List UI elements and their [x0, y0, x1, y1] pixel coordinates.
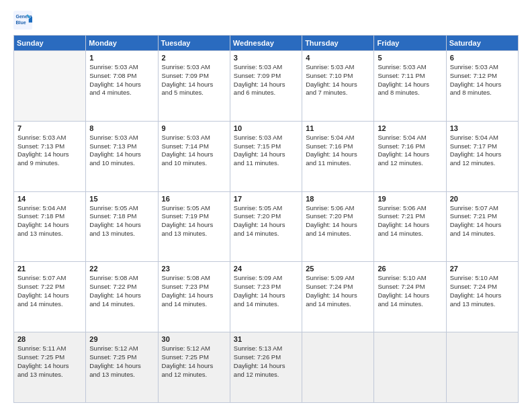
calendar-cell: 31Sunrise: 5:13 AMSunset: 7:26 PMDayligh… — [230, 332, 302, 403]
day-info: Sunrise: 5:03 AMSunset: 7:13 PMDaylight:… — [17, 134, 82, 168]
day-number: 9 — [162, 124, 226, 132]
day-info: Sunrise: 5:05 AMSunset: 7:19 PMDaylight:… — [162, 204, 226, 238]
calendar-cell: 20Sunrise: 5:07 AMSunset: 7:21 PMDayligh… — [446, 191, 518, 262]
day-info: Sunrise: 5:04 AMSunset: 7:16 PMDaylight:… — [306, 134, 370, 168]
calendar-body: 1Sunrise: 5:03 AMSunset: 7:08 PMDaylight… — [14, 51, 519, 403]
calendar-cell: 9Sunrise: 5:03 AMSunset: 7:14 PMDaylight… — [158, 121, 230, 191]
day-info: Sunrise: 5:08 AMSunset: 7:22 PMDaylight:… — [89, 274, 154, 308]
calendar-cell: 17Sunrise: 5:05 AMSunset: 7:20 PMDayligh… — [230, 191, 302, 262]
calendar-cell: 18Sunrise: 5:06 AMSunset: 7:20 PMDayligh… — [302, 191, 374, 262]
calendar-cell: 11Sunrise: 5:04 AMSunset: 7:16 PMDayligh… — [302, 121, 374, 191]
day-header-sunday: Sunday — [14, 36, 86, 51]
calendar-cell: 24Sunrise: 5:09 AMSunset: 7:23 PMDayligh… — [230, 262, 302, 332]
calendar-cell: 8Sunrise: 5:03 AMSunset: 7:13 PMDaylight… — [86, 121, 158, 191]
calendar-cell: 25Sunrise: 5:09 AMSunset: 7:24 PMDayligh… — [302, 262, 374, 332]
day-info: Sunrise: 5:12 AMSunset: 7:25 PMDaylight:… — [89, 345, 154, 379]
day-number: 31 — [234, 335, 298, 343]
calendar-cell — [14, 51, 86, 122]
day-number: 15 — [89, 195, 154, 203]
calendar-cell: 15Sunrise: 5:05 AMSunset: 7:18 PMDayligh… — [86, 191, 158, 262]
day-info: Sunrise: 5:05 AMSunset: 7:20 PMDaylight:… — [234, 204, 298, 238]
calendar-cell: 19Sunrise: 5:06 AMSunset: 7:21 PMDayligh… — [374, 191, 446, 262]
calendar-cell: 14Sunrise: 5:04 AMSunset: 7:18 PMDayligh… — [14, 191, 86, 262]
day-number: 10 — [234, 124, 298, 132]
calendar-cell: 4Sunrise: 5:03 AMSunset: 7:10 PMDaylight… — [302, 51, 374, 122]
day-number: 22 — [89, 265, 154, 273]
day-info: Sunrise: 5:03 AMSunset: 7:12 PMDaylight:… — [450, 63, 515, 97]
day-header-monday: Monday — [86, 36, 158, 51]
calendar-cell — [302, 332, 374, 403]
day-info: Sunrise: 5:03 AMSunset: 7:09 PMDaylight:… — [162, 63, 226, 97]
week-row-3: 14Sunrise: 5:04 AMSunset: 7:18 PMDayligh… — [14, 191, 519, 262]
calendar-cell: 3Sunrise: 5:03 AMSunset: 7:09 PMDaylight… — [230, 51, 302, 122]
day-number: 20 — [450, 195, 515, 203]
day-number: 27 — [450, 265, 515, 273]
day-info: Sunrise: 5:03 AMSunset: 7:09 PMDaylight:… — [234, 63, 298, 97]
day-number: 21 — [17, 265, 82, 273]
day-number: 18 — [306, 195, 370, 203]
header: General Blue — [13, 11, 519, 30]
calendar-cell: 27Sunrise: 5:10 AMSunset: 7:24 PMDayligh… — [446, 262, 518, 332]
calendar-cell: 2Sunrise: 5:03 AMSunset: 7:09 PMDaylight… — [158, 51, 230, 122]
day-info: Sunrise: 5:09 AMSunset: 7:24 PMDaylight:… — [306, 274, 370, 308]
day-info: Sunrise: 5:08 AMSunset: 7:23 PMDaylight:… — [162, 274, 226, 308]
day-number: 29 — [89, 335, 154, 343]
day-info: Sunrise: 5:11 AMSunset: 7:25 PMDaylight:… — [17, 345, 82, 379]
calendar-cell: 23Sunrise: 5:08 AMSunset: 7:23 PMDayligh… — [158, 262, 230, 332]
calendar-cell — [446, 332, 518, 403]
day-number: 26 — [378, 265, 442, 273]
day-number: 14 — [17, 195, 82, 203]
calendar-cell: 6Sunrise: 5:03 AMSunset: 7:12 PMDaylight… — [446, 51, 518, 122]
page: General Blue SundayMondayTuesdayWednesda… — [0, 0, 532, 411]
calendar-cell: 28Sunrise: 5:11 AMSunset: 7:25 PMDayligh… — [14, 332, 86, 403]
day-header-thursday: Thursday — [302, 36, 374, 51]
calendar-cell: 7Sunrise: 5:03 AMSunset: 7:13 PMDaylight… — [14, 121, 86, 191]
calendar-cell: 29Sunrise: 5:12 AMSunset: 7:25 PMDayligh… — [86, 332, 158, 403]
day-info: Sunrise: 5:07 AMSunset: 7:21 PMDaylight:… — [450, 204, 515, 238]
day-info: Sunrise: 5:10 AMSunset: 7:24 PMDaylight:… — [378, 274, 442, 308]
calendar-cell: 12Sunrise: 5:04 AMSunset: 7:16 PMDayligh… — [374, 121, 446, 191]
week-row-1: 1Sunrise: 5:03 AMSunset: 7:08 PMDaylight… — [14, 51, 519, 122]
day-number: 24 — [234, 265, 298, 273]
day-info: Sunrise: 5:07 AMSunset: 7:22 PMDaylight:… — [17, 274, 82, 308]
day-info: Sunrise: 5:05 AMSunset: 7:18 PMDaylight:… — [89, 204, 154, 238]
day-info: Sunrise: 5:03 AMSunset: 7:11 PMDaylight:… — [378, 63, 442, 97]
day-info: Sunrise: 5:03 AMSunset: 7:13 PMDaylight:… — [89, 134, 154, 168]
day-number: 8 — [89, 124, 154, 132]
day-info: Sunrise: 5:13 AMSunset: 7:26 PMDaylight:… — [234, 345, 298, 379]
day-info: Sunrise: 5:09 AMSunset: 7:23 PMDaylight:… — [234, 274, 298, 308]
week-row-2: 7Sunrise: 5:03 AMSunset: 7:13 PMDaylight… — [14, 121, 519, 191]
calendar-cell: 21Sunrise: 5:07 AMSunset: 7:22 PMDayligh… — [14, 262, 86, 332]
calendar: SundayMondayTuesdayWednesdayThursdayFrid… — [13, 35, 519, 403]
day-number: 19 — [378, 195, 442, 203]
calendar-cell: 13Sunrise: 5:04 AMSunset: 7:17 PMDayligh… — [446, 121, 518, 191]
calendar-cell: 10Sunrise: 5:03 AMSunset: 7:15 PMDayligh… — [230, 121, 302, 191]
day-number: 13 — [450, 124, 515, 132]
day-number: 2 — [162, 54, 226, 62]
day-number: 1 — [89, 54, 154, 62]
calendar-cell: 16Sunrise: 5:05 AMSunset: 7:19 PMDayligh… — [158, 191, 230, 262]
day-number: 30 — [162, 335, 226, 343]
day-info: Sunrise: 5:12 AMSunset: 7:25 PMDaylight:… — [162, 345, 226, 379]
week-row-4: 21Sunrise: 5:07 AMSunset: 7:22 PMDayligh… — [14, 262, 519, 332]
day-info: Sunrise: 5:03 AMSunset: 7:15 PMDaylight:… — [234, 134, 298, 168]
day-number: 11 — [306, 124, 370, 132]
header-row: SundayMondayTuesdayWednesdayThursdayFrid… — [14, 36, 519, 51]
calendar-cell: 1Sunrise: 5:03 AMSunset: 7:08 PMDaylight… — [86, 51, 158, 122]
calendar-cell — [374, 332, 446, 403]
day-number: 6 — [450, 54, 515, 62]
day-number: 23 — [162, 265, 226, 273]
calendar-cell: 22Sunrise: 5:08 AMSunset: 7:22 PMDayligh… — [86, 262, 158, 332]
calendar-cell: 26Sunrise: 5:10 AMSunset: 7:24 PMDayligh… — [374, 262, 446, 332]
day-info: Sunrise: 5:03 AMSunset: 7:08 PMDaylight:… — [89, 63, 154, 97]
day-info: Sunrise: 5:04 AMSunset: 7:16 PMDaylight:… — [378, 134, 442, 168]
day-header-friday: Friday — [374, 36, 446, 51]
day-number: 7 — [17, 124, 82, 132]
day-header-saturday: Saturday — [446, 36, 518, 51]
day-info: Sunrise: 5:03 AMSunset: 7:10 PMDaylight:… — [306, 63, 370, 97]
day-number: 25 — [306, 265, 370, 273]
day-info: Sunrise: 5:04 AMSunset: 7:18 PMDaylight:… — [17, 204, 82, 238]
calendar-header: SundayMondayTuesdayWednesdayThursdayFrid… — [14, 36, 519, 51]
day-info: Sunrise: 5:10 AMSunset: 7:24 PMDaylight:… — [450, 274, 515, 308]
day-info: Sunrise: 5:06 AMSunset: 7:21 PMDaylight:… — [378, 204, 442, 238]
